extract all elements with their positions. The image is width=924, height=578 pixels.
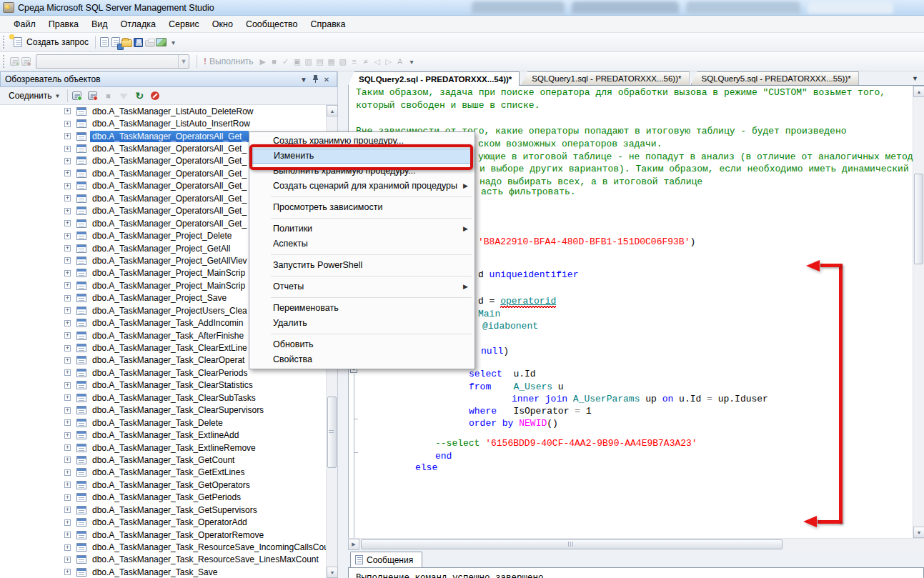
- sort-icon[interactable]: A: [394, 56, 406, 67]
- expand-icon[interactable]: +: [64, 270, 71, 276]
- expand-icon[interactable]: +: [64, 469, 71, 476]
- tree-item[interactable]: +dbo.A_TaskManager_Task_ClearSupervisors: [0, 404, 327, 417]
- tab-messages[interactable]: Сообщения: [350, 552, 422, 567]
- execute-button[interactable]: ! Выполнить: [200, 55, 257, 68]
- menu-справка[interactable]: Справка: [304, 17, 352, 31]
- toolbar-grip[interactable]: [2, 55, 6, 68]
- open-file-icon[interactable]: [121, 36, 133, 48]
- tree-item[interactable]: +dbo.A_TaskManager_Task_ResourceSave_Lin…: [0, 554, 327, 566]
- tree-item[interactable]: +dbo.A_TaskManager_Task_OperatorAdd: [0, 516, 327, 528]
- query-options-icon[interactable]: ▣: [292, 56, 303, 67]
- expand-icon[interactable]: +: [64, 345, 71, 352]
- expand-icon[interactable]: +: [64, 357, 71, 364]
- editor-vscrollbar[interactable]: ▲ ▼: [913, 86, 924, 538]
- context-menu-item[interactable]: Переименовать: [249, 301, 475, 316]
- expand-icon[interactable]: +: [64, 121, 71, 127]
- expand-icon[interactable]: +: [64, 482, 71, 488]
- tree-item[interactable]: +dbo.A_TaskManager_Task_GetPeriods: [0, 492, 327, 504]
- expand-icon[interactable]: +: [64, 444, 71, 451]
- tree-item[interactable]: +dbo.A_TaskManager_Task_GetOperators: [0, 479, 327, 491]
- context-menu-item[interactable]: Обновить: [249, 337, 475, 352]
- menu-сервис[interactable]: Сервис: [162, 17, 206, 31]
- context-menu-item[interactable]: Свойства: [249, 352, 475, 367]
- context-menu-item[interactable]: Удалить: [249, 316, 475, 331]
- expand-icon[interactable]: +: [64, 233, 71, 239]
- results-text-icon[interactable]: ▤: [314, 56, 326, 67]
- expand-icon[interactable]: +: [64, 220, 71, 226]
- database-combobox[interactable]: ▼: [36, 54, 189, 69]
- expand-icon[interactable]: +: [64, 245, 71, 251]
- expand-icon[interactable]: +: [64, 507, 71, 513]
- active-files-dropdown-icon[interactable]: ▼: [912, 75, 918, 82]
- expand-icon[interactable]: +: [64, 494, 71, 501]
- comment-icon[interactable]: ≡: [349, 56, 360, 67]
- toolbar-overflow-icon[interactable]: ▾: [406, 56, 417, 67]
- expand-icon[interactable]: +: [64, 532, 71, 538]
- tree-item[interactable]: +dbo.A_TaskManager_Task_ExtlineAdd: [0, 429, 327, 441]
- tree-item[interactable]: +dbo.A_TaskManager_ListAuto_InsertRow: [0, 117, 327, 129]
- expand-icon[interactable]: +: [64, 457, 71, 463]
- expand-icon[interactable]: +: [64, 158, 71, 164]
- expand-icon[interactable]: +: [64, 557, 71, 563]
- play-icon[interactable]: ▶: [257, 56, 269, 67]
- toolbar-grip[interactable]: [2, 36, 6, 49]
- scroll-right-icon[interactable]: ▶: [348, 539, 359, 550]
- tree-item[interactable]: +dbo.A_TaskManager_ListAuto_DeleteRow: [0, 105, 327, 117]
- scroll-down-icon[interactable]: ▼: [913, 527, 924, 538]
- indent-decrease-icon[interactable]: ◁: [372, 56, 383, 67]
- document-tab[interactable]: SQLQuery1.sql - PREDATORXXX...56))*: [521, 71, 689, 85]
- expand-icon[interactable]: +: [64, 544, 71, 551]
- stop-icon[interactable]: ■: [102, 90, 114, 101]
- expand-icon[interactable]: +: [64, 332, 71, 339]
- expand-icon[interactable]: +: [64, 133, 71, 139]
- filter-icon[interactable]: [118, 90, 129, 101]
- expand-icon[interactable]: +: [64, 257, 71, 264]
- menu-отладка[interactable]: Отладка: [114, 17, 162, 31]
- results-grid-icon[interactable]: ▦: [326, 56, 337, 67]
- tree-item[interactable]: +dbo.A_TaskManager_Task_Delete: [0, 417, 327, 429]
- expand-icon[interactable]: +: [64, 282, 71, 289]
- tree-item[interactable]: +dbo.A_TaskManager_Task_ResourceSave_Inc…: [0, 541, 327, 553]
- expand-icon[interactable]: +: [64, 519, 71, 526]
- menu-сообщество[interactable]: Сообщество: [239, 17, 304, 31]
- pin-icon[interactable]: [309, 75, 321, 84]
- print-icon[interactable]: [144, 36, 156, 48]
- expand-icon[interactable]: +: [64, 407, 71, 414]
- connect-button[interactable]: Соединить ▼: [4, 89, 64, 102]
- tree-item[interactable]: +dbo.A_TaskManager_Task_ExtlineRemove: [0, 442, 327, 454]
- toolbar-overflow-icon[interactable]: ▾: [167, 36, 179, 48]
- scrollbar-thumb[interactable]: [914, 174, 923, 264]
- context-menu-item[interactable]: Создать сценарий для хранимой процедуры▶: [249, 179, 475, 194]
- activity-monitor-icon[interactable]: [156, 36, 167, 48]
- parse-icon[interactable]: ✓: [280, 56, 292, 67]
- scroll-up-icon[interactable]: ▲: [913, 86, 924, 97]
- window-position-icon[interactable]: ▼: [298, 76, 309, 84]
- context-menu-item[interactable]: Запустить PowerShell: [249, 258, 475, 273]
- save-icon[interactable]: [133, 36, 144, 48]
- delete-icon[interactable]: [149, 90, 161, 101]
- tree-item[interactable]: +dbo.A_TaskManager_Task_ClearSubTasks: [0, 392, 327, 404]
- expand-icon[interactable]: +: [64, 208, 71, 214]
- context-menu-item[interactable]: Аспекты: [249, 236, 475, 251]
- menu-файл[interactable]: Файл: [7, 17, 42, 31]
- menu-правка[interactable]: Правка: [42, 17, 85, 31]
- expand-icon[interactable]: +: [64, 170, 71, 176]
- change-connection-icon[interactable]: [9, 56, 20, 67]
- expand-icon[interactable]: +: [64, 432, 71, 439]
- tree-item[interactable]: +dbo.A_TaskManager_Task_ClearStatistics: [0, 379, 327, 392]
- scroll-up-icon[interactable]: ▲: [327, 105, 338, 116]
- scroll-down-icon[interactable]: ▼: [327, 567, 338, 578]
- document-tab[interactable]: SQLQuery2.sql - PREDATORXXX...54))*: [348, 71, 520, 86]
- new-document-alt-icon[interactable]: [110, 36, 121, 48]
- editor-hscrollbar[interactable]: ◀ ▶: [348, 538, 924, 550]
- new-query-button[interactable]: Создать запрос: [9, 35, 92, 49]
- intellisense-icon[interactable]: ▥: [303, 56, 314, 67]
- results-file-icon[interactable]: ▧: [337, 56, 349, 67]
- menu-вид[interactable]: Вид: [85, 17, 114, 31]
- indent-increase-icon[interactable]: ▷: [383, 56, 394, 67]
- expand-icon[interactable]: +: [64, 320, 71, 327]
- tree-item[interactable]: +dbo.A_TaskManager_Task_GetCount: [0, 454, 327, 466]
- change-database-icon[interactable]: [20, 56, 31, 67]
- expand-icon[interactable]: +: [64, 195, 71, 201]
- context-menu-item[interactable]: Просмотреть зависимости: [249, 200, 475, 215]
